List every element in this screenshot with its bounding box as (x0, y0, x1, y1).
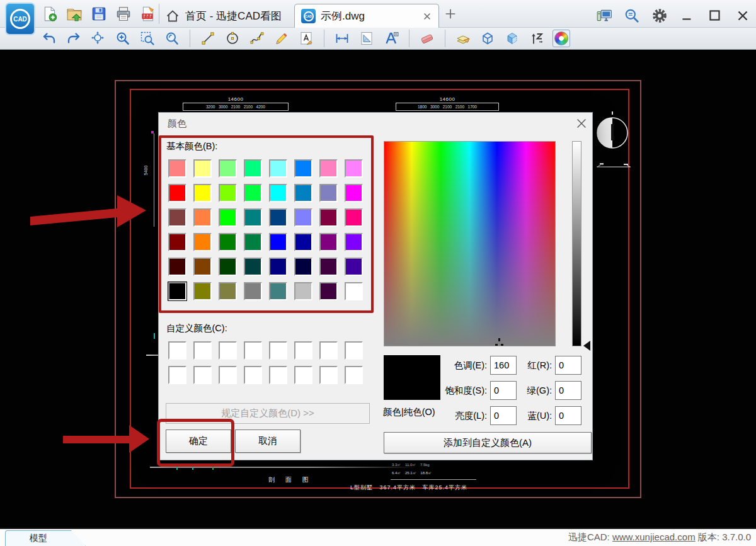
app-logo-text: CAD (10, 9, 30, 29)
color-swatch[interactable] (244, 341, 262, 360)
luminance-slider[interactable] (572, 141, 581, 346)
color-swatch[interactable] (244, 366, 262, 384)
title-block-row: 3.3㎡ 11.0㎡ 7.5kg (392, 462, 430, 468)
rgb-fields: 红(R):0绿(G):0蓝(U):0 (522, 356, 581, 425)
color-swatch[interactable] (294, 366, 312, 384)
tab-home[interactable]: 首页 - 迅捷CAD看图 (159, 4, 294, 28)
credit-prefix: 迅捷CAD: (568, 532, 612, 542)
zoom-window-icon[interactable] (139, 30, 156, 47)
field-input[interactable]: 160 (490, 356, 517, 375)
settings-gear-icon[interactable] (650, 6, 669, 25)
undo-icon[interactable] (40, 30, 58, 47)
color-swatch[interactable] (345, 366, 363, 384)
color-swatch[interactable] (294, 341, 312, 360)
color-swatch[interactable] (168, 366, 186, 384)
view-3d-hidden-icon[interactable] (503, 30, 521, 47)
title-block-row: 6.4㎡ 25.1㎡ 18.8㎡ (392, 470, 432, 476)
credit-version: 版本: 3.7.0.0 (696, 532, 751, 542)
home-icon (165, 8, 180, 23)
color-swatch[interactable] (319, 341, 338, 360)
minimize-button[interactable] (678, 6, 697, 25)
color-swatch[interactable] (269, 366, 287, 384)
export-pdf-icon[interactable] (139, 4, 158, 23)
view-3d-icon[interactable] (479, 30, 496, 47)
zoom-previous-icon[interactable] (163, 30, 181, 47)
statusbar-credit: 迅捷CAD: www.xunjiecad.com 版本: 3.7.0.0 (568, 532, 751, 543)
dialog-title: 颜色 (168, 118, 186, 130)
color-swatch[interactable] (193, 341, 212, 360)
divider (190, 30, 190, 47)
custom-colors-label: 自定义颜色(C): (166, 322, 227, 334)
tab-document[interactable]: CAD 示例.dwg (294, 4, 439, 28)
field-input[interactable]: 0 (490, 381, 517, 400)
field-label: 蓝(U): (522, 410, 555, 422)
color-swatch[interactable] (319, 366, 338, 384)
color-swatch[interactable] (269, 341, 287, 360)
new-tab-button[interactable] (444, 7, 457, 21)
field-label: 红(R): (522, 360, 555, 372)
draw-freehand-icon[interactable] (273, 30, 290, 47)
add-to-custom-colors-button[interactable]: 添加到自定义颜色(A) (384, 432, 592, 453)
redo-icon[interactable] (65, 30, 83, 47)
titlebar: 首页 - 迅捷CAD看图 CAD 示例.dwg (0, 0, 756, 28)
hue-saturation-picker[interactable] (384, 141, 556, 346)
dialog-close-icon[interactable] (575, 117, 588, 130)
color-swatch[interactable] (219, 341, 237, 360)
screen-capture-icon[interactable] (595, 6, 614, 25)
color-picker-marker[interactable] (495, 338, 503, 347)
field-input[interactable]: 0 (555, 406, 581, 425)
title-block-divider (391, 479, 476, 480)
title-block-summary: L型别墅 367.4平方米 车库25.4平方米 (350, 484, 467, 492)
cancel-button[interactable]: 取消 (235, 429, 301, 453)
draw-circle-icon[interactable] (224, 30, 241, 47)
open-file-icon[interactable] (65, 4, 84, 23)
text-edit-icon[interactable] (297, 30, 315, 47)
app-window: 14600 3200 3000 2100 2100 4200 14600 180… (0, 0, 756, 546)
luminance-slider-handle[interactable] (583, 341, 590, 351)
field-input[interactable]: 0 (490, 406, 517, 425)
color-wheel-icon[interactable] (553, 30, 570, 47)
dimension-total: 14600 (396, 96, 499, 102)
layers-icon[interactable] (454, 30, 472, 47)
field-input[interactable]: 0 (555, 381, 581, 400)
app-logo: CAD (5, 3, 35, 35)
measure-area-icon[interactable] (358, 30, 375, 47)
maximize-button[interactable] (706, 6, 724, 25)
zoom-ui-icon[interactable] (622, 6, 641, 25)
website-link[interactable]: www.xunjiecad.com (612, 532, 696, 542)
eraser-icon[interactable] (418, 30, 436, 47)
dimension-tick-line (596, 161, 631, 165)
field-input[interactable]: 0 (555, 356, 581, 375)
sort-z-icon[interactable] (528, 30, 546, 47)
color-swatch[interactable] (168, 341, 186, 360)
color-swatch[interactable] (193, 366, 212, 384)
statusbar: 模型 迅捷CAD: www.xunjiecad.com 版本: 3.7.0.0 (0, 528, 756, 546)
color-swatch[interactable] (345, 341, 363, 360)
save-icon[interactable] (89, 4, 108, 23)
model-tab[interactable]: 模型 (5, 530, 86, 546)
draw-line-icon[interactable] (199, 30, 217, 47)
text-annotation-icon[interactable] (382, 30, 400, 47)
dimension-chain-left: 14600 3200 3000 2100 2100 4200 (183, 96, 289, 111)
field-label: 饱和度(S): (384, 385, 490, 397)
measure-distance-icon[interactable] (333, 30, 351, 47)
dimension-segments: 3200 3000 2100 2100 4200 (183, 103, 289, 111)
close-button[interactable] (733, 6, 752, 25)
tab-close-icon[interactable] (422, 11, 432, 21)
cad-file-icon: CAD (301, 9, 316, 23)
tab-document-label: 示例.dwg (321, 9, 365, 23)
divider (409, 30, 410, 47)
field-label: 绿(G): (522, 385, 555, 397)
dimension-segments: 1800 3000 2100 2100 1700 (396, 103, 499, 111)
file-toolbar (40, 4, 158, 23)
dimension-chain-right: 14600 1800 3000 2100 2100 1700 (396, 96, 499, 111)
new-file-icon[interactable] (40, 4, 59, 23)
highlight-rect-ok-button (157, 419, 234, 467)
zoom-in-icon[interactable] (114, 30, 132, 47)
zoom-pan-icon[interactable] (89, 30, 107, 47)
print-icon[interactable] (114, 4, 133, 23)
color-swatch[interactable] (219, 366, 237, 384)
draw-spline-icon[interactable] (248, 30, 266, 47)
custom-colors-grid (168, 341, 363, 384)
highlight-rect-basic-colors (159, 135, 374, 313)
